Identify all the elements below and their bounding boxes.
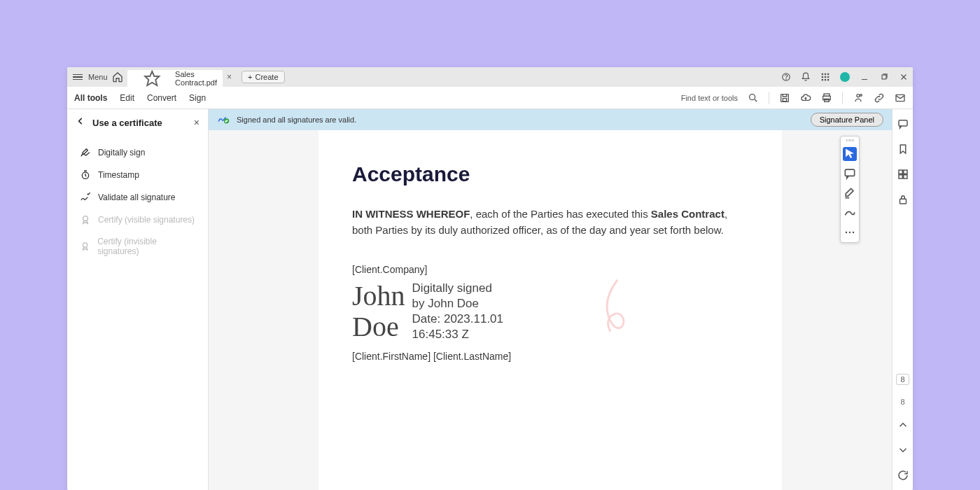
back-icon[interactable] bbox=[76, 116, 85, 129]
lock-panel-icon[interactable] bbox=[897, 193, 909, 206]
svg-point-28 bbox=[83, 243, 87, 247]
tool-edit[interactable]: Edit bbox=[120, 93, 134, 103]
bell-icon[interactable] bbox=[801, 72, 811, 82]
page-down-icon[interactable] bbox=[897, 444, 909, 456]
search-icon[interactable] bbox=[748, 92, 759, 104]
sidebar-item-validate[interactable]: Validate all signature bbox=[73, 186, 202, 209]
print-icon[interactable] bbox=[821, 92, 832, 104]
main: Use a certificate × Digitally sign Times… bbox=[67, 109, 913, 490]
svg-rect-35 bbox=[899, 170, 902, 174]
client-name-field: [Client.FirstName] [Client.LastName] bbox=[352, 351, 748, 362]
document-canvas[interactable]: Acceptance IN WITNESS WHEREOF, each of t… bbox=[209, 130, 892, 490]
hamburger-icon[interactable] bbox=[71, 73, 84, 82]
share-icon[interactable] bbox=[853, 92, 864, 104]
svg-rect-7 bbox=[825, 76, 826, 78]
rotate-icon[interactable] bbox=[897, 469, 909, 482]
svg-rect-10 bbox=[825, 79, 826, 80]
svg-rect-30 bbox=[845, 169, 854, 176]
para-bold2: Sales Contract bbox=[651, 208, 724, 220]
svg-rect-11 bbox=[827, 79, 829, 80]
sidebar-close-icon[interactable]: × bbox=[194, 117, 200, 128]
highlight-tool-icon[interactable] bbox=[843, 186, 857, 200]
select-tool-icon[interactable] bbox=[843, 147, 857, 161]
tab-title: Sales Contract.pdf bbox=[175, 70, 217, 87]
svg-point-16 bbox=[750, 94, 755, 99]
titlebar-right bbox=[781, 72, 909, 82]
home-icon[interactable] bbox=[112, 71, 123, 83]
drag-handle-icon[interactable] bbox=[844, 139, 855, 141]
svg-point-27 bbox=[83, 216, 88, 221]
window-close-icon[interactable] bbox=[899, 72, 909, 82]
svg-rect-9 bbox=[822, 79, 823, 80]
more-tools-icon[interactable] bbox=[843, 225, 857, 239]
sig-meta-line: Digitally signed bbox=[412, 281, 503, 296]
svg-point-24 bbox=[860, 94, 862, 96]
window-minimize-icon[interactable] bbox=[860, 72, 869, 82]
page-total: 8 bbox=[900, 398, 904, 406]
sidebar-item-digitally-sign[interactable]: Digitally sign bbox=[73, 141, 202, 164]
svg-rect-4 bbox=[825, 74, 826, 75]
svg-line-17 bbox=[755, 99, 757, 102]
signature-meta: Digitally signed by John Doe Date: 2023.… bbox=[412, 281, 503, 342]
sig-meta-line: 16:45:33 Z bbox=[412, 327, 503, 342]
witness-paragraph: IN WITNESS WHEREOF, each of the Parties … bbox=[352, 206, 748, 239]
signature-name: John Doe bbox=[352, 281, 405, 342]
sidebar-item-label: Certify (invisible signatures) bbox=[97, 237, 195, 256]
app-window: Menu Sales Contract.pdf × + Create bbox=[67, 67, 913, 490]
tool-sign[interactable]: Sign bbox=[189, 93, 206, 103]
draw-tool-icon[interactable] bbox=[843, 206, 857, 220]
help-icon[interactable] bbox=[781, 72, 791, 82]
find-label[interactable]: Find text or tools bbox=[681, 94, 738, 102]
svg-rect-13 bbox=[882, 75, 886, 79]
sidebar-item-label: Digitally sign bbox=[98, 148, 145, 158]
svg-rect-38 bbox=[903, 175, 906, 178]
svg-rect-6 bbox=[822, 76, 823, 78]
comments-panel-icon[interactable] bbox=[897, 118, 909, 130]
svg-rect-3 bbox=[822, 74, 823, 75]
thumbnails-panel-icon[interactable] bbox=[897, 168, 909, 181]
tool-convert[interactable]: Convert bbox=[147, 93, 176, 103]
bookmarks-panel-icon[interactable] bbox=[897, 143, 909, 155]
svg-rect-39 bbox=[899, 199, 906, 204]
content-area: Signed and all signatures are valid. Sig… bbox=[209, 109, 892, 490]
toolbar-right: Find text or tools bbox=[681, 92, 906, 104]
create-button[interactable]: + Create bbox=[241, 71, 284, 83]
signature-block[interactable]: John Doe Digitally signed by John Doe Da… bbox=[352, 281, 748, 342]
svg-point-32 bbox=[849, 232, 851, 234]
tool-all-tools[interactable]: All tools bbox=[74, 93, 107, 103]
sig-name-line2: Doe bbox=[352, 312, 405, 342]
sig-name-line1: John bbox=[352, 281, 405, 312]
cloud-upload-icon[interactable] bbox=[800, 92, 811, 104]
apps-grid-icon[interactable] bbox=[820, 72, 830, 82]
titlebar-left: Menu Sales Contract.pdf × + Create bbox=[71, 67, 285, 87]
divider bbox=[769, 92, 769, 104]
sidebar-item-label: Validate all signature bbox=[98, 192, 176, 202]
svg-rect-5 bbox=[827, 74, 829, 75]
save-icon[interactable] bbox=[779, 92, 790, 104]
ribbon-icon bbox=[80, 241, 90, 252]
window-restore-icon[interactable] bbox=[879, 72, 889, 82]
menu-label[interactable]: Menu bbox=[88, 73, 108, 81]
star-icon bbox=[133, 70, 172, 87]
banner-text: Signed and all signatures are valid. bbox=[237, 115, 356, 124]
sig-meta-line: by John Doe bbox=[412, 296, 503, 312]
mail-icon[interactable] bbox=[895, 92, 906, 104]
sidebar-item-certify-invisible: Certify (invisible signatures) bbox=[73, 231, 202, 262]
ribbon-icon bbox=[80, 214, 91, 225]
svg-rect-36 bbox=[903, 170, 906, 174]
link-icon[interactable] bbox=[874, 92, 885, 104]
divider bbox=[842, 92, 843, 104]
sidebar-item-timestamp[interactable]: Timestamp bbox=[73, 164, 202, 186]
avatar[interactable] bbox=[840, 72, 850, 82]
tab-close-icon[interactable]: × bbox=[227, 72, 232, 82]
clock-icon bbox=[80, 169, 91, 181]
svg-point-23 bbox=[857, 94, 860, 97]
para-lead: IN WITNESS WHEREOF bbox=[352, 208, 470, 220]
floating-toolbox[interactable] bbox=[840, 136, 860, 243]
comment-tool-icon[interactable] bbox=[843, 167, 857, 181]
sidebar-item-certify-visible: Certify (visible signatures) bbox=[73, 209, 202, 231]
page-current[interactable]: 8 bbox=[896, 374, 909, 385]
signature-panel-button[interactable]: Signature Panel bbox=[811, 113, 883, 127]
document-tab[interactable]: Sales Contract.pdf bbox=[127, 70, 223, 87]
page-up-icon[interactable] bbox=[897, 419, 909, 431]
